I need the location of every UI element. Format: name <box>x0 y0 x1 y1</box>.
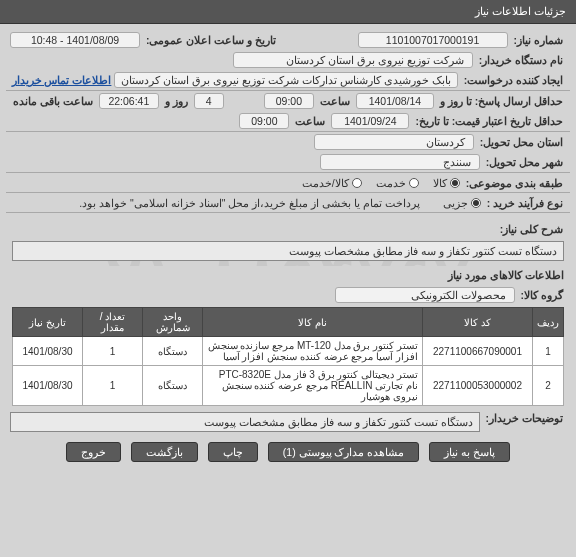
th-idx: ردیف <box>533 308 564 337</box>
row-purchase-type: نوع فرآیند خرید : جزیی پرداخت تمام یا بخ… <box>6 193 570 213</box>
window-title-bar: جزئیات اطلاعات نیاز <box>0 0 576 24</box>
table-row[interactable]: 2 2271100053000002 تستر دیجیتالی کنتور ب… <box>13 366 564 406</box>
label-saat1: ساعت <box>317 95 353 107</box>
label-remaining: ساعت باقی مانده <box>10 95 96 107</box>
row-category: طبقه بندی موضوعی: کالا خدمت کالا/خدمت <box>6 173 570 193</box>
label-purchase-type: نوع فرآیند خرید : <box>484 197 566 209</box>
row-buyer-notes: توضیحات خریدار: دستگاه تست کنتور تکفاز و… <box>6 410 570 434</box>
row-valid: حداقل تاریخ اعتبار قیمت: تا تاریخ: 1401/… <box>6 111 570 132</box>
field-valid-date: 1401/09/24 <box>331 113 409 129</box>
buyer-notes-box: دستگاه تست کنتور تکفاز و سه فاز مطابق مش… <box>10 412 480 432</box>
row-deadline: حداقل ارسال پاسخ: تا روز و 1401/08/14 سا… <box>6 91 570 111</box>
row-need-no: شماره نیاز: 1101007017000191 تاریخ و ساع… <box>6 30 570 50</box>
radio-empty-icon <box>352 178 362 188</box>
radio-dot-icon <box>471 198 481 208</box>
field-province: کردستان <box>314 134 474 150</box>
cell-idx: 2 <box>533 366 564 406</box>
radio-service[interactable]: خدمت <box>376 177 419 189</box>
cell-code: 2271100053000002 <box>423 366 533 406</box>
label-product-group: گروه کالا: <box>518 289 566 301</box>
window-title: جزئیات اطلاعات نیاز <box>475 5 566 17</box>
attachments-button[interactable]: مشاهده مدارک پیوستی (1) <box>268 442 420 462</box>
label-category: طبقه بندی موضوعی: <box>463 177 566 189</box>
label-buyer-notes: توضیحات خریدار: <box>483 412 566 424</box>
field-days-left: 4 <box>194 93 224 109</box>
cell-unit: دستگاه <box>143 337 203 366</box>
label-requester: ایجاد کننده درخواست: <box>461 74 566 86</box>
radio-empty-icon <box>409 178 419 188</box>
row-city: شهر محل تحویل: سنندج <box>6 152 570 173</box>
row-product-group: گروه کالا: محصولات الکترونیکی <box>6 285 570 305</box>
field-buyer-org: شرکت توزیع نیروی برق استان کردستان <box>233 52 473 68</box>
label-valid: حداقل تاریخ اعتبار قیمت: تا تاریخ: <box>412 115 566 127</box>
contact-buyer-link[interactable]: اطلاعات تماس خریدار <box>12 74 112 86</box>
label-roz: روز و <box>162 95 191 107</box>
cell-qty: 1 <box>83 366 143 406</box>
label-province: استان محل تحویل: <box>477 136 566 148</box>
field-city: سنندج <box>320 154 480 170</box>
radio-both[interactable]: کالا/خدمت <box>302 177 362 189</box>
cell-date: 1401/08/30 <box>13 366 83 406</box>
purchase-note: پرداخت تمام یا بخشی از مبلغ خرید،از محل … <box>79 197 439 209</box>
th-name: نام کالا <box>203 308 423 337</box>
exit-button[interactable]: خروج <box>66 442 121 462</box>
button-row: پاسخ به نیاز مشاهده مدارک پیوستی (1) چاپ… <box>6 434 570 466</box>
radio-goods[interactable]: کالا <box>433 177 460 189</box>
label-general-desc: شرح کلی نیاز: <box>497 223 566 235</box>
label-announce-dt: تاریخ و ساعت اعلان عمومی: <box>143 34 279 46</box>
label-deadline: حداقل ارسال پاسخ: تا روز و <box>437 95 566 107</box>
items-table: ردیف کد کالا نام کالا واحد شمارش تعداد /… <box>12 307 564 406</box>
label-city: شهر محل تحویل: <box>483 156 566 168</box>
cell-name: تستر دیجیتالی کنتور برق 3 فاز مدل PTC-83… <box>203 366 423 406</box>
items-section-title: اطلاعات کالاهای مورد نیاز <box>6 266 570 285</box>
row-requester: ایجاد کننده درخواست: بابک خورشیدی کارشنا… <box>6 70 570 91</box>
cell-code: 2271100667090001 <box>423 337 533 366</box>
reply-button[interactable]: پاسخ به نیاز <box>429 442 510 462</box>
th-date: تاریخ نیاز <box>13 308 83 337</box>
table-header-row: ردیف کد کالا نام کالا واحد شمارش تعداد /… <box>13 308 564 337</box>
back-button[interactable]: بازگشت <box>131 442 198 462</box>
th-qty: تعداد / مقدار <box>83 308 143 337</box>
cell-qty: 1 <box>83 337 143 366</box>
field-deadline-time: 09:00 <box>264 93 314 109</box>
row-buyer-org: نام دستگاه خریدار: شرکت توزیع نیروی برق … <box>6 50 570 70</box>
label-saat2: ساعت <box>292 115 328 127</box>
field-deadline-date: 1401/08/14 <box>356 93 434 109</box>
field-time-left: 22:06:41 <box>99 93 159 109</box>
field-announce-dt: 1401/08/09 - 10:48 <box>10 32 140 48</box>
radio-dot-icon <box>450 178 460 188</box>
row-general-desc-label: شرح کلی نیاز: <box>6 219 570 239</box>
field-product-group: محصولات الکترونیکی <box>335 287 515 303</box>
label-buyer-org: نام دستگاه خریدار: <box>476 54 566 66</box>
field-need-no: 1101007017000191 <box>358 32 508 48</box>
cell-date: 1401/08/30 <box>13 337 83 366</box>
th-code: کد کالا <box>423 308 533 337</box>
table-row[interactable]: 1 2271100667090001 تستر کنتور برق مدل MT… <box>13 337 564 366</box>
field-valid-time: 09:00 <box>239 113 289 129</box>
label-need-no: شماره نیاز: <box>511 34 566 46</box>
row-province: استان محل تحویل: کردستان <box>6 132 570 152</box>
th-unit: واحد شمارش <box>143 308 203 337</box>
radio-partial[interactable]: جزیی <box>443 197 481 209</box>
general-desc-box: دستگاه تست کنتور تکفاز و سه فاز مطابق مش… <box>12 241 564 261</box>
main-content: شماره نیاز: 1101007017000191 تاریخ و ساع… <box>0 24 576 472</box>
cell-idx: 1 <box>533 337 564 366</box>
print-button[interactable]: چاپ <box>208 442 258 462</box>
field-requester: بابک خورشیدی کارشناس تدارکات شرکت توزیع … <box>114 72 457 88</box>
category-radios: کالا خدمت کالا/خدمت <box>302 177 460 189</box>
cell-unit: دستگاه <box>143 366 203 406</box>
cell-name: تستر کنتور برق مدل MT-120 مرجع سازنده سن… <box>203 337 423 366</box>
